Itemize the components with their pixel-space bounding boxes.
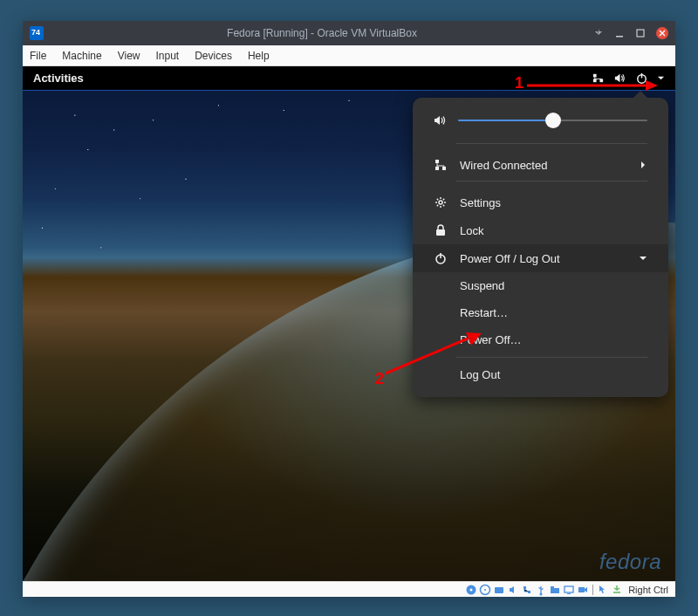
minimize-icon[interactable] [614, 28, 625, 38]
menu-label: Wired Connected [460, 159, 626, 172]
network-wired-icon [434, 158, 448, 172]
submenu-suspend[interactable]: Suspend [413, 272, 668, 299]
activities-button[interactable]: Activities [33, 72, 84, 85]
svg-rect-24 [565, 586, 573, 592]
svg-rect-1 [637, 30, 644, 37]
status-network-icon[interactable] [521, 584, 533, 596]
volume-slider-row[interactable] [413, 110, 668, 141]
status-recording-icon[interactable] [577, 584, 589, 596]
svg-rect-13 [440, 253, 441, 258]
svg-rect-0 [616, 36, 623, 38]
menu-item-wired[interactable]: Wired Connected [413, 151, 668, 179]
svg-point-17 [484, 589, 486, 591]
svg-rect-7 [435, 160, 439, 163]
menu-view[interactable]: View [116, 50, 142, 62]
menu-label: Lock [460, 224, 647, 237]
status-optical-icon[interactable] [479, 584, 491, 596]
svg-rect-26 [578, 587, 585, 592]
maximize-icon[interactable] [635, 28, 646, 38]
menu-input[interactable]: Input [154, 50, 181, 62]
vbox-app-icon [30, 26, 44, 40]
close-icon[interactable] [656, 27, 668, 39]
status-usb-icon[interactable] [535, 584, 547, 596]
power-off-icon [434, 251, 448, 265]
status-disk-icon[interactable] [465, 584, 477, 596]
svg-rect-11 [436, 229, 445, 236]
gear-icon [434, 195, 448, 209]
fedora-brand: fedora [599, 550, 661, 574]
volume-slider[interactable] [458, 120, 647, 121]
speaker-icon [434, 113, 448, 127]
svg-line-28 [386, 339, 468, 373]
vbox-titlebar: Fedora [Running] - Oracle VM VirtualBox [23, 21, 675, 45]
svg-rect-6 [641, 73, 643, 79]
status-audio-icon[interactable] [507, 584, 519, 596]
menu-item-lock[interactable]: Lock [413, 216, 668, 244]
svg-point-10 [439, 201, 442, 204]
chevron-down-icon [657, 74, 665, 82]
svg-rect-25 [567, 593, 571, 594]
svg-rect-18 [495, 587, 503, 593]
menu-devices[interactable]: Devices [193, 50, 234, 62]
menu-label: Settings [460, 196, 647, 209]
submenu-restart[interactable]: Restart… [413, 299, 668, 326]
svg-point-15 [470, 588, 473, 591]
status-keyboard-icon[interactable] [611, 584, 623, 596]
guest-display: Activities fedora Wired C [23, 66, 675, 581]
status-mouse-icon[interactable] [597, 584, 609, 596]
volume-thumb[interactable] [545, 113, 561, 128]
svg-rect-23 [551, 586, 554, 589]
menu-help[interactable]: Help [246, 50, 271, 62]
svg-rect-2 [593, 74, 597, 78]
vbox-status-bar: Right Ctrl [23, 581, 675, 597]
menu-item-power[interactable]: Power Off / Log Out [413, 244, 668, 272]
menu-machine[interactable]: Machine [60, 50, 103, 62]
menu-item-settings[interactable]: Settings [413, 188, 668, 216]
menu-file[interactable]: File [28, 50, 48, 62]
vbox-menu-bar: File Machine View Input Devices Help [23, 45, 675, 66]
status-drive-icon[interactable] [493, 584, 505, 596]
lock-icon [434, 223, 448, 237]
svg-rect-19 [524, 586, 526, 589]
status-shared-folder-icon[interactable] [549, 584, 561, 596]
chevron-right-icon [639, 161, 647, 169]
chevron-down-icon [639, 254, 647, 263]
menu-label: Power Off / Log Out [460, 252, 626, 265]
host-key-indicator[interactable]: Right Ctrl [628, 585, 668, 595]
pin-icon[interactable] [593, 28, 604, 38]
vbox-window-title: Fedora [Running] - Oracle VM VirtualBox [51, 27, 593, 39]
status-display-icon[interactable] [563, 584, 575, 596]
virtualbox-window: Fedora [Running] - Oracle VM VirtualBox … [23, 21, 675, 597]
